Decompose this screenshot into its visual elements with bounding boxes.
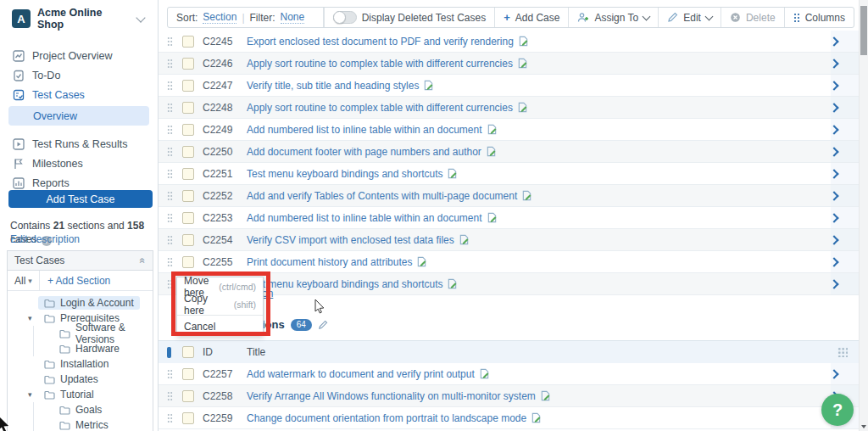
table-row[interactable]: C2254 Verify CSV import with enclosed te…: [159, 229, 860, 251]
sidebar-item-milestones[interactable]: Milestones: [0, 154, 158, 173]
tree-item[interactable]: ▾ Installation: [8, 356, 153, 372]
drag-handle-icon[interactable]: [167, 257, 173, 267]
case-title-link[interactable]: Add watermark to document and verify pri…: [247, 368, 475, 380]
drag-handle-icon[interactable]: [167, 125, 173, 135]
edit-doc-icon[interactable]: [487, 124, 498, 135]
columns-button[interactable]: Columns: [784, 8, 854, 27]
row-open-cell[interactable]: [831, 207, 860, 228]
case-title-link[interactable]: Verify CSV import with enclosed test dat…: [247, 234, 454, 246]
drag-handle-icon[interactable]: [167, 279, 173, 289]
case-title-link[interactable]: Change document orientation from portrai…: [247, 412, 526, 424]
edit-button[interactable]: Edit: [658, 8, 721, 27]
row-checkbox[interactable]: [182, 58, 194, 70]
table-row[interactable]: C2248 Apply sort routine to complex tabl…: [159, 97, 860, 119]
grid-options-icon[interactable]: [837, 347, 848, 357]
edit-doc-icon[interactable]: [447, 168, 458, 179]
edit-doc-icon[interactable]: [531, 412, 542, 423]
tree-expand-arrow-icon[interactable]: ▾: [28, 390, 38, 399]
drag-handle-icon[interactable]: [167, 169, 173, 179]
table-row[interactable]: C2257 Add watermark to document and veri…: [159, 363, 860, 385]
edit-description-link[interactable]: Edit description: [10, 233, 80, 245]
edit-doc-icon[interactable]: [517, 102, 528, 113]
drag-handle-icon[interactable]: [167, 81, 173, 91]
row-checkbox[interactable]: [182, 190, 194, 202]
drag-handle-icon[interactable]: [167, 213, 173, 223]
case-title-link[interactable]: Verify title, sub title and heading styl…: [247, 80, 419, 92]
row-checkbox[interactable]: [182, 412, 194, 424]
sidebar-item-test-runs[interactable]: Test Runs & Results: [0, 134, 158, 154]
sidebar-item-todo[interactable]: To-Do: [0, 65, 158, 85]
case-title-link[interactable]: Apply sort routine to complex table with…: [247, 58, 513, 70]
table-row[interactable]: C2258 Verify Arrange All Windows functio…: [159, 385, 860, 407]
edit-doc-icon[interactable]: [416, 256, 427, 267]
row-open-cell[interactable]: [831, 163, 860, 184]
row-open-cell[interactable]: [831, 273, 860, 294]
assign-to-button[interactable]: Assign To: [568, 8, 658, 27]
table-row[interactable]: C2259 Change document orientation from p…: [159, 407, 860, 429]
row-open-cell[interactable]: [831, 363, 860, 384]
case-title-link[interactable]: Test menu keyboard bindings and shortcut…: [247, 278, 442, 290]
tree-item[interactable]: ▾ Software & Versions: [8, 326, 153, 341]
drag-handle-icon[interactable]: [167, 59, 173, 69]
case-title-link[interactable]: Add numbered list to inline table within…: [247, 212, 482, 224]
drag-handle-icon[interactable]: [167, 235, 173, 245]
drag-handle-icon[interactable]: [167, 191, 173, 201]
vertical-scrollbar[interactable]: [859, 0, 868, 431]
row-open-cell[interactable]: [831, 185, 860, 206]
add-test-case-button[interactable]: Add Test Case: [8, 190, 153, 208]
row-checkbox[interactable]: [182, 256, 194, 268]
drag-handle-icon[interactable]: [167, 391, 173, 401]
edit-doc-icon[interactable]: [479, 368, 490, 379]
drag-handle-icon[interactable]: [167, 413, 173, 423]
row-open-cell[interactable]: [831, 97, 860, 118]
drag-handle-icon[interactable]: [167, 36, 173, 47]
case-title-link[interactable]: Add numbered list to inline table within…: [247, 124, 482, 136]
tree-item[interactable]: ▾ Updates: [8, 372, 153, 387]
row-open-cell[interactable]: [831, 31, 860, 52]
row-checkbox[interactable]: [182, 36, 194, 48]
drag-handle-icon[interactable]: [167, 103, 173, 113]
drag-handle-icon[interactable]: [167, 147, 173, 157]
project-switcher[interactable]: A Acme Online Shop: [0, 0, 158, 37]
partially-hidden-link[interactable]: on: [262, 288, 273, 299]
row-checkbox[interactable]: [182, 234, 194, 246]
edit-doc-icon[interactable]: [487, 212, 498, 223]
edit-doc-icon[interactable]: [517, 58, 528, 69]
edit-doc-icon[interactable]: [447, 278, 458, 289]
menu-item-copy-here[interactable]: Copy here (shift): [177, 295, 263, 313]
row-checkbox[interactable]: [182, 168, 194, 180]
filter-value-link[interactable]: None: [281, 11, 305, 24]
row-open-cell[interactable]: [831, 53, 860, 74]
case-title-link[interactable]: Add document footer with page numbers an…: [247, 146, 481, 158]
edit-doc-icon[interactable]: [540, 390, 551, 401]
edit-doc-icon[interactable]: [423, 80, 434, 91]
filter-all-dropdown[interactable]: All▾: [8, 271, 40, 290]
row-open-cell[interactable]: [831, 251, 860, 272]
tree-item[interactable]: ▾ Tutorial: [8, 387, 153, 402]
row-checkbox[interactable]: [182, 80, 194, 92]
table-row[interactable]: C2246 Apply sort routine to complex tabl…: [159, 53, 860, 75]
sort-value-link[interactable]: Section: [203, 11, 236, 24]
table-row[interactable]: C2245 Export enclosed test document to P…: [159, 31, 860, 53]
delete-button[interactable]: Delete: [721, 8, 784, 27]
edit-doc-icon[interactable]: [518, 36, 529, 47]
table-row[interactable]: C2253 Add numbered list to inline table …: [159, 207, 860, 229]
section-drag-handle[interactable]: [167, 347, 171, 358]
case-title-link[interactable]: Apply sort routine to complex table with…: [247, 102, 513, 114]
case-title-link[interactable]: Export enclosed test document to PDF and…: [247, 36, 514, 48]
tree-item[interactable]: ▾ Metrics: [8, 417, 153, 431]
tree-item[interactable]: ▾ Goals: [8, 402, 153, 417]
table-row[interactable]: C2247 Verify title, sub title and headin…: [159, 75, 860, 97]
case-title-link[interactable]: Print document history and attributes: [247, 256, 412, 268]
row-checkbox[interactable]: [182, 390, 194, 402]
scrollbar-thumb[interactable]: [860, 6, 867, 55]
add-section-link[interactable]: + Add Section: [40, 275, 118, 287]
edit-section-icon[interactable]: [318, 320, 328, 330]
table-row[interactable]: C2252 Add and verify Tables of Contents …: [159, 185, 860, 207]
row-open-cell[interactable]: [831, 119, 860, 140]
add-case-button[interactable]: + Add Case: [494, 8, 568, 27]
scrollbar-down-arrow[interactable]: [861, 425, 866, 428]
row-checkbox[interactable]: [182, 102, 194, 114]
case-title-link[interactable]: Verify Arrange All Windows functionality…: [247, 390, 536, 402]
tree-item[interactable]: ▾ Login & Account: [8, 295, 153, 311]
